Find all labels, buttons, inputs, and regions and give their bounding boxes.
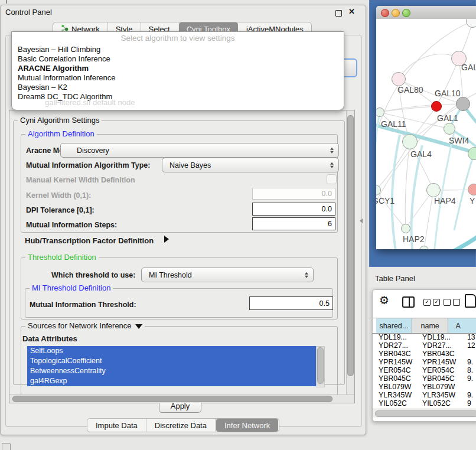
network-node-gal4[interactable]	[402, 134, 418, 149]
checked-box-icon: ✓	[423, 299, 431, 306]
select-all-icon[interactable]: ✓ ✓	[423, 299, 440, 306]
algorithm-option[interactable]: Bayesian – K2	[18, 83, 67, 92]
control-panel-title: Control Panel	[5, 8, 52, 17]
top-edge-tick	[6, 0, 7, 4]
table-row[interactable]: YIL052CYIL052C9	[373, 399, 476, 407]
expand-right-icon[interactable]	[164, 236, 169, 243]
cell: 12	[467, 341, 475, 350]
table-row[interactable]: YBR045CYBR045C9.	[373, 374, 476, 383]
cyni-algorithm-settings-legend: Cyni Algorithm Settings	[18, 116, 102, 125]
deselect-all-icon[interactable]	[444, 299, 460, 306]
cell: YLR345W	[422, 391, 455, 399]
which-threshold-combo[interactable]: MI Threshold	[141, 268, 314, 282]
which-threshold-value: MI Threshold	[142, 271, 192, 279]
network-node-gal1[interactable]	[444, 123, 455, 135]
column-header-partial[interactable]: A	[448, 318, 476, 333]
node-label: GAL1	[437, 113, 458, 123]
algorithm-option[interactable]: Bayesian – Hill Climbing	[18, 45, 100, 54]
column-view-icon[interactable]	[402, 296, 415, 308]
table-row[interactable]: YPR145WYPR145W9.	[373, 358, 476, 366]
mi-steps-label: Mutual Information Steps:	[26, 221, 117, 229]
settings-vertical-scrollbar[interactable]	[346, 110, 354, 395]
traffic-light-minimize-icon[interactable]	[392, 9, 400, 17]
table-row[interactable]: YDR27...YDR27...12	[373, 341, 476, 350]
column-header-name[interactable]: name	[412, 318, 449, 333]
sources-legend[interactable]: Sources for Network Inference	[25, 321, 145, 330]
mi-threshold-definition-legend: MI Threshold Definition	[30, 283, 113, 292]
scrollbar-thumb[interactable]	[317, 347, 324, 384]
cell: YPR145W	[422, 358, 456, 366]
gear-icon[interactable]: ⚙	[379, 294, 389, 307]
dpi-tolerance-field[interactable]	[252, 203, 335, 216]
algorithm-option[interactable]: Basic Correlation Inference	[18, 54, 110, 64]
algorithm-option[interactable]: Mutual Information Inference	[18, 73, 115, 83]
table-row[interactable]: YDL19...YDL19...13	[373, 333, 476, 341]
network-canvas[interactable]: GAL GAL80 GAL10 GAL11 GAL1 SWI4 GAL4 GCY…	[376, 19, 476, 249]
tab-impute-data[interactable]: Impute Data	[87, 419, 146, 432]
hub-definition-label[interactable]: Hub/Transcription Factor Definition	[25, 236, 154, 245]
cell: 13	[467, 333, 475, 341]
node-label: GAL10	[435, 89, 461, 98]
traffic-light-close-icon[interactable]	[381, 9, 389, 17]
attribute-item[interactable]: gal4RGexp	[27, 376, 317, 386]
tab-discretize-data[interactable]: Discretize Data	[146, 419, 216, 432]
node-label: GAL	[461, 63, 476, 72]
combo-arrows-icon	[305, 272, 308, 278]
network-window-titlebar[interactable]	[376, 6, 476, 19]
network-node[interactable]	[468, 184, 476, 195]
table-horizontal-scrollbar[interactable]	[373, 409, 476, 418]
settings-horizontal-scrollbar[interactable]	[9, 394, 354, 403]
float-window-icon[interactable]	[335, 10, 342, 17]
table-panel-titlebar: Table Panel	[369, 269, 476, 288]
scrollbar-thumb[interactable]	[347, 115, 354, 376]
sources-legend-text: Sources for Network Inference	[28, 321, 132, 330]
network-node-gal10[interactable]	[456, 97, 470, 111]
cell: YBR043C	[379, 350, 411, 358]
cell: YBR045C	[379, 374, 411, 383]
close-icon[interactable]: ✕	[348, 7, 355, 16]
cell: 9.	[467, 391, 473, 399]
cell: YPR145W	[379, 358, 412, 366]
attribute-item[interactable]: TopologicalCoefficient	[27, 356, 317, 366]
kernel-width-field[interactable]	[252, 188, 335, 200]
mi-steps-field[interactable]	[252, 217, 335, 230]
table-header-row: shared... name A	[373, 318, 476, 334]
network-node-hap4[interactable]	[426, 183, 441, 197]
network-node-hap2[interactable]	[401, 224, 410, 233]
collapse-down-icon[interactable]	[135, 324, 142, 329]
network-node-gal80[interactable]	[392, 72, 406, 86]
cell: YBL079W	[422, 383, 455, 391]
export-table-icon[interactable]	[465, 294, 476, 308]
mi-algorithm-type-label: Mutual Information Algorithm Type:	[26, 161, 150, 169]
table-row[interactable]: YBL079WYBL079W	[373, 383, 476, 391]
cyni-bottom-tabbar: Impute Data Discretize Data Infer Networ…	[87, 418, 279, 432]
column-header-shared-name[interactable]: shared...	[376, 318, 412, 333]
cell: YDR27...	[422, 341, 452, 350]
collapsed-panel-icon[interactable]	[2, 443, 11, 450]
table-row[interactable]: YER054CYER054C8.	[373, 366, 476, 374]
manual-kernel-width-checkbox[interactable]	[327, 174, 337, 184]
algorithm-dropdown-popup: Select algorithm to view settings Bayesi…	[11, 31, 344, 110]
cell: YIL052C	[379, 399, 407, 407]
aracne-mode-combo[interactable]: Discovery	[60, 143, 339, 158]
attribute-list-scrollbar[interactable]	[316, 346, 325, 387]
attribute-item[interactable]: SelfLoops	[27, 346, 317, 356]
table-row[interactable]: YLR345WYLR345W9.	[373, 391, 476, 399]
scrollbar-thumb[interactable]	[375, 410, 476, 417]
control-panel-window: Control Panel ✕ Network Style Select Cyn…	[0, 5, 366, 435]
network-window: GAL GAL80 GAL10 GAL11 GAL1 SWI4 GAL4 GCY…	[376, 6, 476, 249]
threshold-definition-legend: Threshold Definition	[25, 253, 99, 262]
table-row[interactable]: YBR043CYBR043C	[373, 350, 476, 358]
network-node-selected-red[interactable]	[431, 101, 442, 112]
traffic-light-zoom-icon[interactable]	[402, 9, 410, 17]
tab-infer-network[interactable]: Infer Network	[216, 419, 278, 432]
algorithm-option-selected[interactable]: ARACNE Algorithm	[18, 64, 89, 73]
mi-algorithm-type-combo[interactable]: Naive Bayes	[162, 158, 339, 172]
cell: YER054C	[422, 366, 455, 374]
scrollbar-thumb[interactable]	[12, 396, 332, 402]
panel-collapse-icon[interactable]	[360, 219, 363, 223]
network-combo-ghost-text: galFiltered.sif default node	[45, 98, 135, 107]
data-attributes-list: SelfLoops TopologicalCoefficient Between…	[27, 346, 324, 387]
attribute-item[interactable]: BetweennessCentrality	[27, 366, 317, 376]
mi-threshold-field[interactable]	[249, 296, 333, 310]
